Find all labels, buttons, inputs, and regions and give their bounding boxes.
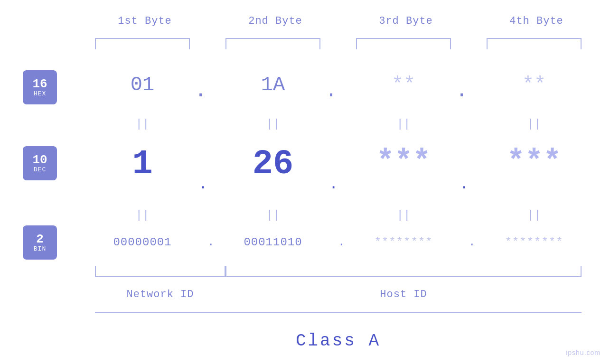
eq-hd-3: || xyxy=(356,118,451,131)
eq-db-3: || xyxy=(356,209,451,222)
hex-val-3: ** xyxy=(356,74,451,96)
eq-hd-2: || xyxy=(225,118,320,131)
bracket-top-4 xyxy=(487,38,582,49)
eq-hd-1: || xyxy=(95,118,190,131)
eq-db-4: || xyxy=(487,209,582,222)
bin-val-2: 00011010 xyxy=(211,236,335,249)
dec-dot-2: . xyxy=(329,176,338,193)
watermark: ipshu.com xyxy=(566,349,601,356)
bracket-top-2 xyxy=(225,38,320,49)
hex-val-4: ** xyxy=(487,74,582,96)
eq-db-2: || xyxy=(225,209,320,222)
dec-dot-3: . xyxy=(460,176,469,193)
bracket-bottom-host xyxy=(225,266,582,277)
bracket-bottom-network xyxy=(95,266,225,277)
hex-dot-2: . xyxy=(325,80,337,103)
bin-badge: 2 BIN xyxy=(23,225,57,260)
dec-badge: 10 DEC xyxy=(23,146,57,180)
hex-label: HEX xyxy=(34,91,46,97)
hex-number: 16 xyxy=(32,77,47,91)
dec-val-3: *** xyxy=(356,145,451,179)
hex-dot-3: . xyxy=(456,80,468,103)
network-id-label: Network ID xyxy=(95,289,225,300)
dec-label: DEC xyxy=(34,167,46,173)
page-container: 16 HEX 10 DEC 2 BIN 1st Byte 2nd Byte 3r… xyxy=(0,0,610,364)
dec-val-2: 26 xyxy=(225,145,320,184)
bin-label: BIN xyxy=(34,246,46,252)
dec-val-4: *** xyxy=(487,145,582,179)
hex-val-1: 01 xyxy=(95,74,190,96)
hex-dot-1: . xyxy=(195,80,206,103)
bin-val-4: ******** xyxy=(472,236,596,249)
dec-val-1: 1 xyxy=(95,145,190,184)
eq-hd-4: || xyxy=(487,118,582,131)
class-bracket xyxy=(95,312,582,313)
dec-number: 10 xyxy=(32,153,47,167)
col-header-1: 1st Byte xyxy=(95,15,195,27)
hex-val-2: 1A xyxy=(225,74,320,96)
col-header-2: 2nd Byte xyxy=(225,15,325,27)
host-id-label: Host ID xyxy=(225,289,582,300)
dec-dot-1: . xyxy=(198,176,207,193)
bracket-top-1 xyxy=(95,38,190,49)
class-label: Class A xyxy=(95,331,582,351)
bin-val-1: 00000001 xyxy=(81,236,204,249)
bracket-top-3 xyxy=(356,38,451,49)
hex-badge: 16 HEX xyxy=(23,70,57,104)
bin-val-3: ******** xyxy=(342,236,465,249)
col-header-4: 4th Byte xyxy=(487,15,586,27)
eq-db-1: || xyxy=(95,209,190,222)
col-header-3: 3rd Byte xyxy=(356,15,456,27)
bin-number: 2 xyxy=(36,233,44,246)
